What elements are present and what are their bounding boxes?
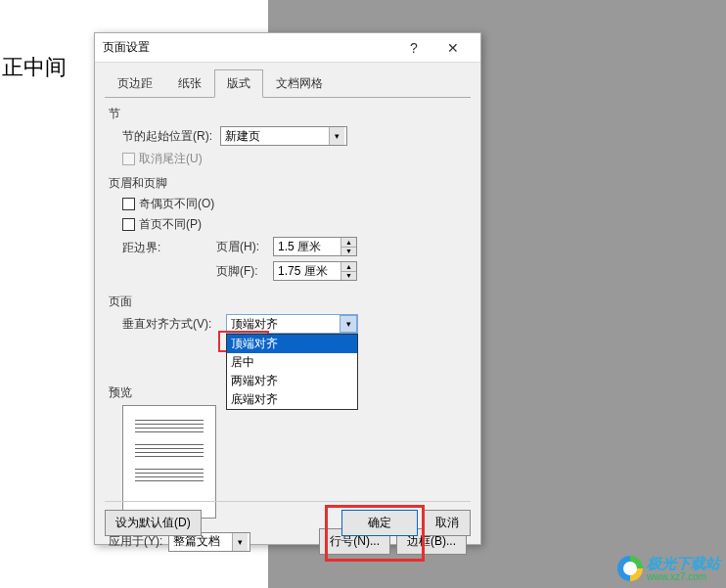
footer-margin-spinner[interactable]: ▲ ▼ xyxy=(273,261,357,281)
tab-layout[interactable]: 版式 xyxy=(214,69,263,98)
set-default-button[interactable]: 设为默认值(D) xyxy=(105,510,202,536)
tab-grid[interactable]: 文档网格 xyxy=(263,69,336,98)
header-margin-spinner[interactable]: ▲ ▼ xyxy=(273,237,357,256)
tab-paper[interactable]: 纸张 xyxy=(165,69,214,98)
first-page-label: 首页不同(P) xyxy=(139,216,202,233)
section-start-value: 新建页 xyxy=(225,128,260,145)
section-start-label: 节的起始位置(R): xyxy=(122,128,220,145)
titlebar: 页面设置 ? ✕ xyxy=(95,33,480,63)
valign-label: 垂直对齐方式(V): xyxy=(122,316,226,333)
footer-margin-input[interactable] xyxy=(274,262,340,280)
valign-option-top[interactable]: 顶端对齐 xyxy=(227,335,357,353)
cancel-endnote-checkbox xyxy=(122,153,135,165)
spinner-up-icon[interactable]: ▲ xyxy=(341,262,356,272)
valign-option-justify[interactable]: 两端对齐 xyxy=(227,372,357,390)
section-group-label: 节 xyxy=(109,106,467,122)
watermark-cn: 极光下载站 xyxy=(647,556,720,572)
dialog-title: 页面设置 xyxy=(103,39,394,56)
watermark-en: www.xz7.com xyxy=(647,571,720,582)
section-start-select[interactable]: 新建页 ▾ xyxy=(220,126,347,146)
valign-option-bottom[interactable]: 底端对齐 xyxy=(227,390,357,409)
odd-even-checkbox[interactable] xyxy=(122,198,135,210)
valign-dropdown: 顶端对齐 居中 两端对齐 底端对齐 xyxy=(226,334,358,410)
footer-margin-label: 页脚(F): xyxy=(216,263,273,280)
tabs: 页边距 纸张 版式 文档网格 xyxy=(105,68,471,98)
page-setup-dialog: 页面设置 ? ✕ 页边距 纸张 版式 文档网格 节 节的起始位置(R): 新建页… xyxy=(94,32,481,545)
chevron-down-icon: ▾ xyxy=(340,315,357,333)
cancel-endnote-label: 取消尾注(U) xyxy=(139,151,203,167)
spinner-down-icon[interactable]: ▼ xyxy=(341,272,356,281)
close-button[interactable]: ✕ xyxy=(433,34,473,62)
odd-even-label: 奇偶页不同(O) xyxy=(139,196,214,212)
valign-option-center[interactable]: 居中 xyxy=(227,353,357,372)
valign-value: 顶端对齐 xyxy=(231,316,278,333)
valign-select[interactable]: 顶端对齐 ▾ xyxy=(226,314,358,334)
ok-button[interactable]: 确定 xyxy=(341,510,418,536)
chevron-down-icon: ▾ xyxy=(329,127,344,145)
background-text: 正中间 xyxy=(2,53,67,82)
header-margin-input[interactable] xyxy=(274,238,340,255)
first-page-checkbox[interactable] xyxy=(122,218,135,231)
logo-icon xyxy=(617,556,643,581)
tab-margins[interactable]: 页边距 xyxy=(105,69,165,98)
help-button[interactable]: ? xyxy=(394,34,433,62)
headerfooter-group-label: 页眉和页脚 xyxy=(109,175,467,192)
page-group-label: 页面 xyxy=(109,294,467,310)
header-margin-label: 页眉(H): xyxy=(216,239,273,255)
watermark: 极光下载站 www.xz7.com xyxy=(617,556,720,583)
spinner-up-icon[interactable]: ▲ xyxy=(341,238,356,248)
margin-label: 距边界: xyxy=(122,237,216,256)
cancel-button[interactable]: 取消 xyxy=(424,510,471,536)
spinner-down-icon[interactable]: ▼ xyxy=(341,248,356,256)
